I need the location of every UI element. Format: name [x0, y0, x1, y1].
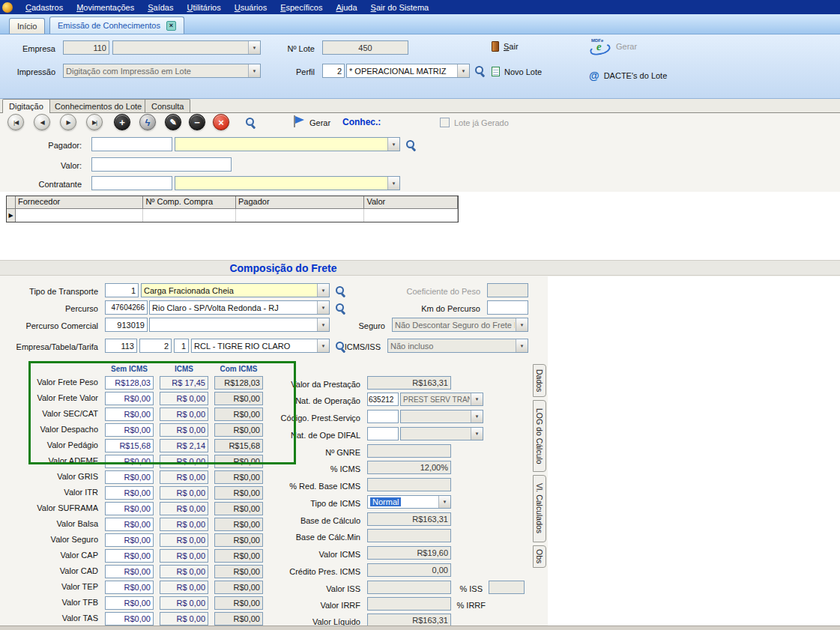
- side-tab-obs[interactable]: Obs: [533, 545, 546, 568]
- dropdown-button[interactable]: ▼: [438, 496, 450, 508]
- menu-movimentacoes[interactable]: Movimentações: [70, 1, 141, 13]
- grid-cell-n-comp-compra[interactable]: [143, 209, 236, 222]
- grid-col-pagador[interactable]: Pagador: [236, 196, 364, 208]
- valor-icms-icms-field[interactable]: R$ 0,00: [160, 612, 208, 626]
- dropdown-button[interactable]: ▼: [457, 64, 469, 77]
- post-record-button[interactable]: ϟ: [139, 114, 156, 130]
- percurso-comercial-code-field[interactable]: 913019: [105, 318, 148, 332]
- nat-operacao-combo[interactable]: PREST SERV TRANSI ▼: [400, 393, 483, 406]
- grid-cell-pagador[interactable]: [236, 209, 364, 222]
- valor-icms-icms-field[interactable]: R$ 0,00: [160, 392, 208, 405]
- gerar-flag-icon[interactable]: [292, 115, 304, 128]
- grid-cell-valor[interactable]: [364, 209, 458, 222]
- nav-last-button[interactable]: ▶|: [86, 114, 103, 130]
- valor-sem-icms-field[interactable]: R$0,00: [105, 486, 154, 500]
- valor-icms-icms-field[interactable]: R$ 0,00: [160, 549, 208, 563]
- tab-digitacao[interactable]: Digitação: [2, 99, 50, 113]
- valor-icms-icms-field[interactable]: R$ 0,00: [160, 408, 208, 421]
- menu-especificos[interactable]: Específicos: [274, 1, 329, 13]
- menu-usuarios[interactable]: Usuários: [228, 1, 274, 13]
- contratante-code-input[interactable]: [91, 176, 172, 190]
- insert-record-button[interactable]: +: [114, 114, 130, 130]
- valor-sem-icms-field[interactable]: R$0,00: [105, 518, 154, 531]
- contratante-combo[interactable]: ▼: [175, 176, 400, 190]
- valor-sem-icms-field[interactable]: R$0,00: [105, 423, 154, 437]
- search-button[interactable]: [245, 117, 256, 128]
- nav-next-button[interactable]: ▶: [60, 114, 76, 130]
- tab-conhecimentos-do-lote[interactable]: Conhecimentos do Lote: [48, 99, 148, 112]
- grid-cell-fornecedor[interactable]: [16, 209, 143, 222]
- nat-operacao-code-field[interactable]: 635212: [367, 393, 399, 406]
- valor-icms-icms-field[interactable]: R$ 0,00: [160, 455, 208, 468]
- tarifa-empresa-field[interactable]: 113: [105, 339, 137, 353]
- km-percurso-field[interactable]: [487, 300, 528, 315]
- valor-sem-icms-field[interactable]: R$0,00: [105, 408, 154, 421]
- dropdown-button[interactable]: ▼: [471, 411, 483, 422]
- tarifa-tarifa-field[interactable]: 1: [174, 339, 189, 353]
- dropdown-button[interactable]: ▼: [471, 393, 483, 405]
- side-tab-log-do-calculo[interactable]: LOG do Cálculo: [533, 400, 546, 472]
- tipo-transporte-combo[interactable]: Carga Fracionada Cheia ▼: [141, 283, 330, 297]
- grid-col-n-comp-compra[interactable]: Nº Comp. Compra: [143, 196, 236, 208]
- menu-utilitarios[interactable]: Utilitários: [180, 1, 227, 13]
- valor-icms-icms-field[interactable]: R$ 0,00: [160, 596, 208, 610]
- tipo-transporte-search-icon[interactable]: [335, 285, 346, 297]
- tipo-transporte-code-field[interactable]: 1: [105, 283, 139, 297]
- valor-sem-icms-field[interactable]: R$0,00: [105, 455, 154, 468]
- close-tab-icon[interactable]: ×: [166, 21, 176, 31]
- codigo-prest-combo[interactable]: ▼: [400, 410, 483, 423]
- valor-sem-icms-field[interactable]: R$0,00: [105, 502, 154, 515]
- valor-sem-icms-field[interactable]: R$0,00: [105, 470, 154, 484]
- codigo-prest-code-field[interactable]: [367, 410, 399, 423]
- valor-icms-icms-field[interactable]: R$ 17,45: [160, 376, 208, 390]
- valor-sem-icms-field[interactable]: R$0,00: [105, 612, 154, 626]
- tarifa-combo[interactable]: RCL - TIGRE RIO CLARO ▼: [191, 339, 330, 353]
- perfil-combo[interactable]: * OPERACIONAL MATRIZ ▼: [346, 64, 470, 78]
- valor-icms-icms-field[interactable]: R$ 0,00: [160, 423, 208, 437]
- menu-cadastros[interactable]: Cadastros: [19, 1, 70, 13]
- valor-sem-icms-field[interactable]: R$0,00: [105, 533, 154, 547]
- dropdown-button[interactable]: ▼: [471, 428, 483, 440]
- percurso-combo[interactable]: Rio Claro - SP/Volta Redonda - RJ ▼: [149, 300, 330, 315]
- menu-saidas[interactable]: Saídas: [141, 1, 180, 13]
- novo-lote-button[interactable]: Novo Lote: [492, 67, 542, 76]
- pagador-combo[interactable]: ▼: [175, 137, 400, 151]
- delete-record-button[interactable]: −: [189, 114, 205, 130]
- perfil-search-icon[interactable]: [474, 65, 486, 76]
- valor-sem-icms-field[interactable]: R$0,00: [105, 596, 154, 610]
- cancel-record-button[interactable]: ×: [213, 114, 229, 130]
- dropdown-button[interactable]: ▼: [387, 177, 399, 190]
- valor-icms-icms-field[interactable]: R$ 2,14: [160, 439, 208, 452]
- valor-icms-icms-field[interactable]: R$ 0,00: [160, 565, 208, 578]
- nat-difal-combo[interactable]: ▼: [400, 427, 483, 440]
- valor-sem-icms-field[interactable]: R$0,00: [105, 549, 154, 563]
- nav-first-button[interactable]: |◀: [7, 114, 24, 130]
- valor-sem-icms-field[interactable]: R$128,03: [105, 376, 154, 390]
- valor-icms-icms-field[interactable]: R$ 0,00: [160, 533, 208, 547]
- tab-consulta[interactable]: Consulta: [145, 99, 190, 112]
- valor-sem-icms-field[interactable]: R$0,00: [105, 581, 154, 594]
- dropdown-button[interactable]: ▼: [317, 284, 329, 297]
- dacte-button[interactable]: @ DACTE's do Lote: [589, 70, 667, 82]
- pagador-code-input[interactable]: [91, 137, 172, 151]
- valor-icms-icms-field[interactable]: R$ 0,00: [160, 518, 208, 531]
- tab-inicio[interactable]: Início: [9, 18, 45, 34]
- valor-sem-icms-field[interactable]: R$0,00: [105, 392, 154, 405]
- menu-ajuda[interactable]: Ajuda: [329, 1, 363, 13]
- edit-record-button[interactable]: ✎: [165, 114, 181, 130]
- percurso-search-icon[interactable]: [335, 303, 346, 314]
- gerar-toolbar-label[interactable]: Gerar: [309, 118, 330, 127]
- valor-icms-icms-field[interactable]: R$ 0,00: [160, 470, 208, 484]
- dropdown-button[interactable]: ▼: [387, 138, 399, 151]
- tipo-icms-combo[interactable]: Normal ▼: [367, 495, 451, 509]
- grid-row[interactable]: ▶: [7, 209, 458, 222]
- valor-sem-icms-field[interactable]: R$15,68: [105, 439, 154, 452]
- tarifa-tabela-field[interactable]: 2: [139, 339, 172, 353]
- pagador-search-icon[interactable]: [405, 139, 417, 151]
- perfil-code-field[interactable]: 2: [322, 64, 345, 78]
- tab-emissao-conhecimentos[interactable]: Emissão de Conhecimentos ×: [49, 16, 184, 34]
- nat-difal-code-field[interactable]: [367, 427, 399, 440]
- dropdown-button[interactable]: ▼: [317, 301, 329, 314]
- grid-col-valor[interactable]: Valor: [364, 196, 458, 208]
- valor-icms-icms-field[interactable]: R$ 0,00: [160, 486, 208, 500]
